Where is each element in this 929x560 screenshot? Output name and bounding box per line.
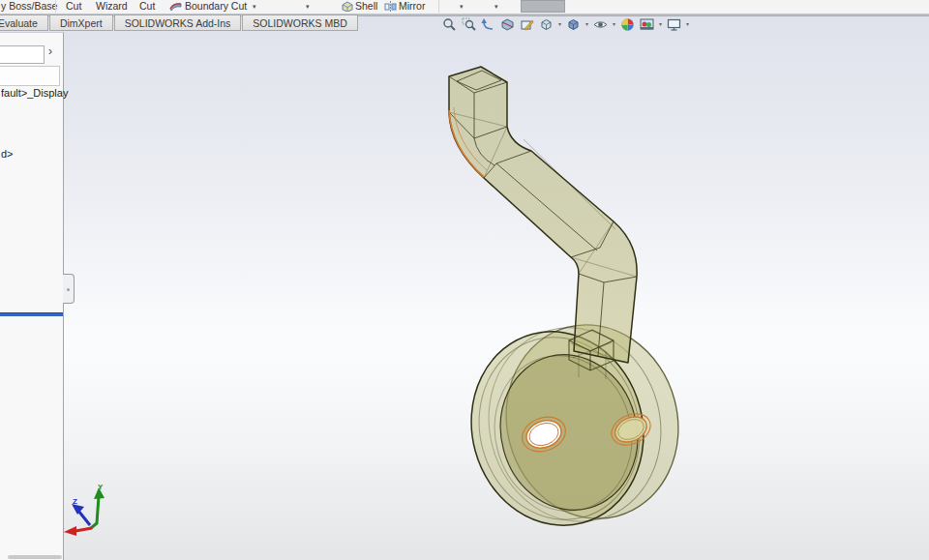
- flyout-caret[interactable]: ▾: [306, 3, 310, 11]
- hide-show-items-icon[interactable]: [593, 17, 608, 32]
- section-view-icon[interactable]: [500, 17, 515, 32]
- tab-solidworks-mbd[interactable]: SOLIDWORKS MBD: [242, 15, 357, 31]
- tree-item-display-state[interactable]: fault>_Display S: [1, 87, 69, 99]
- graphics-area[interactable]: [0, 16, 929, 560]
- mirror-button[interactable]: Mirror: [399, 0, 425, 13]
- flyout-caret[interactable]: ▾: [494, 3, 498, 11]
- view-settings-icon[interactable]: [667, 17, 681, 32]
- boundary-cut-button[interactable]: Boundary Cut: [185, 0, 247, 13]
- shell-icon: [341, 1, 353, 12]
- feature-manager-panel: › fault>_Display S d>: [0, 32, 64, 560]
- command-manager-tabs: Evaluate DimXpert SOLIDWORKS Add-Ins SOL…: [0, 15, 358, 32]
- dynamic-annotation-views-icon[interactable]: [520, 17, 534, 32]
- panel-splitter-handle[interactable]: [63, 274, 75, 304]
- flyout-caret[interactable]: ▾: [460, 3, 464, 11]
- tab-dimxpert[interactable]: DimXpert: [49, 15, 113, 31]
- zoom-to-fit-icon[interactable]: [442, 17, 457, 32]
- solidworks-window: y Boss/Base Cut Wizard Cut Boundary Cut …: [0, 0, 929, 560]
- panel-horizontal-scrollbar[interactable]: [8, 555, 62, 559]
- view-orientation-icon[interactable]: [539, 17, 554, 32]
- splitter-dot: [67, 288, 70, 291]
- tree-item-partial[interactable]: d>: [1, 148, 14, 160]
- view-orientation-caret[interactable]: ▾: [558, 20, 561, 28]
- extruded-cut-button[interactable]: Cut: [66, 0, 81, 13]
- edit-appearance-icon[interactable]: [620, 17, 635, 32]
- hide-show-items-caret[interactable]: ▾: [613, 20, 615, 28]
- feature-tree-header-box[interactable]: [0, 45, 45, 64]
- tab-solidworks-add-ins[interactable]: SOLIDWORKS Add-Ins: [114, 15, 242, 31]
- revolved-cut-button[interactable]: Cut: [139, 0, 155, 13]
- apply-scene-icon[interactable]: [640, 17, 654, 32]
- panel-expand-arrow[interactable]: ›: [48, 44, 52, 58]
- shell-button[interactable]: Shell: [355, 0, 377, 13]
- ribbon-toolbar: y Boss/Base Cut Wizard Cut Boundary Cut …: [0, 0, 929, 14]
- display-style-caret[interactable]: ▾: [585, 20, 588, 28]
- mirror-icon: [384, 1, 397, 12]
- ribbon-separator: [438, 0, 439, 13]
- display-style-icon[interactable]: [566, 17, 581, 32]
- view-settings-caret[interactable]: ▾: [686, 20, 689, 28]
- hole-wizard-button[interactable]: Wizard: [96, 0, 128, 13]
- boundary-cut-icon: [169, 1, 182, 12]
- extruded-boss-base-button[interactable]: y Boss/Base: [1, 0, 57, 13]
- ribbon-separator: [55, 0, 56, 13]
- feature-tree-filter-box[interactable]: [0, 66, 60, 86]
- apply-scene-caret[interactable]: ▾: [659, 20, 662, 28]
- rollback-bar[interactable]: [0, 312, 63, 316]
- zoom-to-area-icon[interactable]: [462, 17, 476, 32]
- tab-evaluate[interactable]: Evaluate: [0, 15, 48, 31]
- previous-view-icon[interactable]: [481, 17, 495, 32]
- heads-up-view-toolbar: ▾ ▾ ▾ ▾ ▾: [442, 15, 689, 33]
- flyout-caret[interactable]: ▾: [253, 3, 256, 11]
- pressed-ribbon-button[interactable]: [521, 0, 565, 13]
